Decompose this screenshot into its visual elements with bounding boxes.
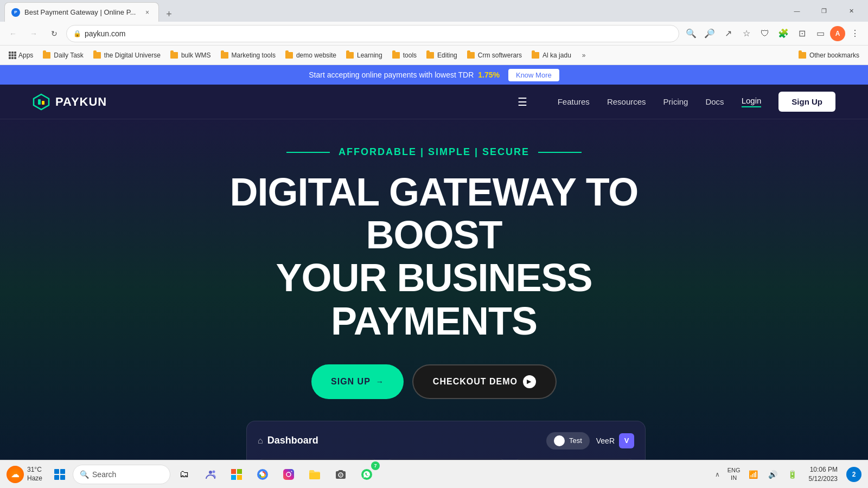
docs-link[interactable]: Docs	[705, 97, 724, 106]
clock[interactable]: 10:06 PM 5/12/2023	[805, 463, 842, 486]
announcement-text: Start accepting online payments with low…	[309, 70, 474, 79]
bookmark-demo-website-label: demo website	[296, 52, 336, 59]
other-bookmarks-button[interactable]: Other bookmarks	[794, 49, 864, 61]
dashboard-stats: Total Sales ₹ 370,316 ↑ 27% No of Transa…	[258, 458, 634, 460]
other-bookmarks-label: Other bookmarks	[809, 52, 859, 59]
adblocker-button[interactable]: 🛡	[756, 25, 774, 42]
pricing-link[interactable]: Pricing	[663, 97, 688, 106]
bookmark-tools-label: tools	[403, 52, 417, 59]
file-explorer-app[interactable]	[303, 463, 327, 486]
features-link[interactable]: Features	[558, 97, 590, 106]
tdr-rate: 1.75%	[478, 70, 500, 79]
notification-button[interactable]: 2	[846, 467, 861, 482]
bookmarks-more-button[interactable]: »	[579, 49, 589, 61]
bookmark-demo-website[interactable]: demo website	[281, 49, 341, 61]
browser-nav-bar: ← → ↻ 🔒 paykun.com 🔍 🔎 ↗ ☆ 🛡 🧩 ⊡ ▭ A ⋮	[0, 22, 868, 46]
bookmark-learning[interactable]: Learning	[342, 49, 387, 61]
main-nav: PAYKUN ☰ Features Resources Pricing Docs…	[0, 85, 868, 119]
clock-time: 10:06 PM	[809, 465, 838, 474]
tray-expand-button[interactable]: ∧	[713, 468, 722, 480]
forward-button[interactable]: →	[25, 25, 42, 42]
svg-point-4	[213, 470, 215, 473]
checkout-demo-button[interactable]: CHECKOUT DEMO ▶	[412, 364, 557, 399]
success-rate-card: Sucess rate ⓘ 100% ↑ 99%	[514, 458, 634, 460]
address-bar[interactable]: 🔒 paykun.com	[66, 25, 679, 42]
nav-links: ☰ Features Resources Pricing Docs Login …	[518, 92, 835, 112]
toggle-dot	[554, 435, 565, 446]
sidebar-button[interactable]: ▭	[812, 25, 829, 42]
bookmark-crm-label: Crm softwerars	[478, 52, 522, 59]
search-bar[interactable]: 🔍 Search	[73, 465, 170, 484]
instagram-app[interactable]	[277, 463, 301, 486]
lock-icon: 🔒	[73, 30, 81, 37]
new-tab-button[interactable]: +	[161, 7, 176, 22]
weather-widget[interactable]: ☁ 31°C Haze	[7, 466, 42, 483]
tab-close-button[interactable]: ×	[142, 8, 152, 17]
bookmark-al-jadu[interactable]: Al ka jadu	[527, 49, 576, 61]
logo-icon	[33, 93, 50, 111]
bookmark-al-jadu-label: Al ka jadu	[542, 52, 571, 59]
signup-nav-button[interactable]: Sign Up	[778, 92, 835, 112]
hero-heading: DIGITAL GATEWAY TO BOOST YOUR BUSINESS P…	[190, 171, 678, 343]
nav-actions: 🔍 🔎 ↗ ☆ 🛡 🧩 ⊡ ▭ A ⋮	[682, 25, 864, 42]
hero-signup-button[interactable]: SIGN UP →	[311, 364, 404, 399]
bookmark-marketing-tools[interactable]: Marketing tools	[216, 49, 280, 61]
whatsapp-badge-count: 7	[371, 461, 380, 470]
bookmark-editing[interactable]: Editing	[422, 49, 462, 61]
weather-info: 31°C Haze	[27, 466, 42, 483]
hero-heading-line2: YOUR BUSINESS PAYMENTS	[276, 256, 592, 342]
tagline-line-left	[286, 152, 330, 153]
hamburger-icon[interactable]: ☰	[518, 95, 527, 108]
title-bar: P Best Payment Gateway | Online P... × +…	[0, 0, 868, 22]
close-button[interactable]: ✕	[839, 2, 864, 20]
microsoft-store-app[interactable]	[225, 463, 248, 486]
zoom-button[interactable]: 🔎	[701, 25, 718, 42]
network-tray-icon[interactable]: ENGIN	[726, 467, 742, 482]
refresh-button[interactable]: ↻	[46, 25, 63, 42]
bookmark-marketing-tools-label: Marketing tools	[232, 52, 276, 59]
user-avatar: V	[619, 433, 634, 448]
login-button[interactable]: Login	[742, 96, 762, 107]
teams-app[interactable]	[199, 463, 222, 486]
menu-button[interactable]: ⋮	[846, 25, 864, 42]
search-browser-button[interactable]: 🔍	[682, 25, 700, 42]
taskview-button[interactable]: 🗂	[173, 463, 196, 486]
clock-date: 5/12/2023	[809, 474, 838, 484]
arrow-right-icon: →	[376, 377, 384, 386]
svg-point-16	[340, 474, 342, 476]
folder-icon	[426, 52, 434, 59]
back-button[interactable]: ←	[4, 25, 22, 42]
resources-link[interactable]: Resources	[607, 97, 646, 106]
volume-icon[interactable]: 🔊	[765, 467, 781, 482]
bookmark-apps[interactable]: Apps	[4, 49, 37, 61]
splitview-button[interactable]: ⊡	[793, 25, 810, 42]
know-more-button[interactable]: Know More	[508, 69, 559, 81]
folder-icon	[93, 52, 101, 59]
dashboard-title: ⌂ Dashboard	[258, 435, 318, 446]
bookmark-digital-universe[interactable]: the Digital Universe	[89, 49, 165, 61]
chrome-app[interactable]	[251, 463, 275, 486]
bookmark-button[interactable]: ☆	[738, 25, 755, 42]
wifi-icon[interactable]: 📶	[746, 467, 761, 482]
maximize-button[interactable]: ❐	[812, 2, 837, 20]
start-button[interactable]	[49, 464, 71, 485]
home-icon: ⌂	[258, 436, 263, 446]
active-tab[interactable]: P Best Payment Gateway | Online P... ×	[4, 2, 159, 22]
logo[interactable]: PAYKUN	[33, 93, 107, 111]
bookmark-crm[interactable]: Crm softwerars	[463, 49, 526, 61]
profile-button[interactable]: A	[830, 26, 845, 41]
minimize-button[interactable]: —	[784, 2, 809, 20]
battery-icon[interactable]: 🔋	[785, 467, 800, 482]
whatsapp-app[interactable]: 7	[355, 463, 379, 486]
tagline-line-right	[538, 152, 582, 153]
bookmark-daily-task[interactable]: Daily Task	[39, 49, 87, 61]
test-toggle[interactable]: Test	[546, 432, 590, 450]
bookmark-bulk-wms[interactable]: bulk WMS	[166, 49, 215, 61]
search-placeholder: Search	[92, 470, 116, 479]
extensions-button[interactable]: 🧩	[775, 25, 792, 42]
bookmarks-bar: Apps Daily Task the Digital Universe bul…	[0, 46, 868, 65]
apps-icon	[9, 52, 16, 59]
share-button[interactable]: ↗	[719, 25, 737, 42]
bookmark-tools[interactable]: tools	[388, 49, 421, 61]
camera-app[interactable]	[329, 463, 353, 486]
